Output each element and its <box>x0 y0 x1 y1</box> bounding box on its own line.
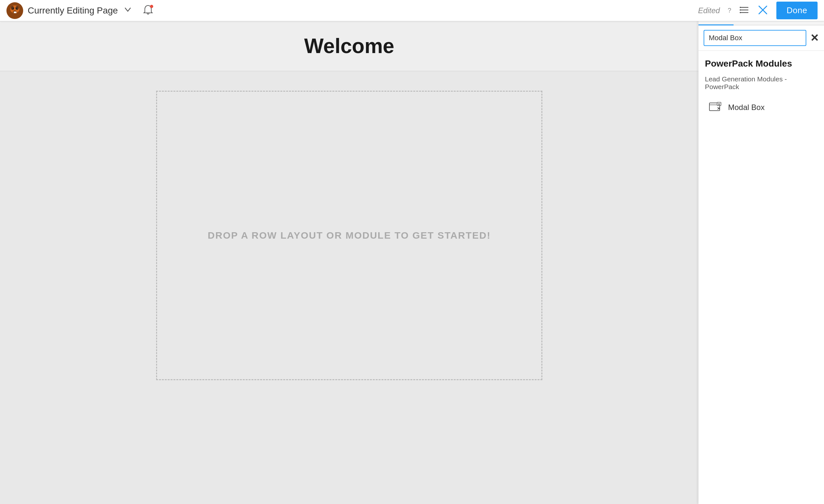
drop-zone[interactable]: DROP A ROW LAYOUT OR MODULE TO GET START… <box>156 91 542 380</box>
modal-box-icon <box>708 100 722 115</box>
subsection-title: Lead Generation Modules - PowerPack <box>705 75 818 91</box>
main-content: Welcome DROP A ROW LAYOUT OR MODULE TO G… <box>0 21 699 504</box>
header-bar: Currently Editing Page Edited ? <box>0 0 824 21</box>
svg-point-2 <box>11 6 14 10</box>
svg-rect-8 <box>15 12 16 13</box>
svg-point-5 <box>16 8 17 9</box>
drop-zone-text: DROP A ROW LAYOUT OR MODULE TO GET START… <box>208 230 491 241</box>
svg-point-3 <box>15 6 19 10</box>
svg-point-13 <box>740 9 741 11</box>
section-title: PowerPack Modules <box>705 58 818 69</box>
svg-point-14 <box>740 12 741 13</box>
page-title: Currently Editing Page <box>28 5 118 16</box>
logo <box>6 2 23 19</box>
svg-rect-7 <box>14 12 15 13</box>
close-icon[interactable] <box>757 4 768 17</box>
help-icon[interactable]: ? <box>728 7 731 14</box>
right-panel: Modules Rows Templates Saved ✕ PowerPack… <box>699 0 824 504</box>
header-right-actions: Edited ? Done <box>698 2 818 19</box>
list-icon[interactable] <box>739 5 749 16</box>
page-title-section: Welcome <box>0 21 699 72</box>
svg-point-12 <box>740 7 741 8</box>
module-item-label: Modal Box <box>728 103 764 112</box>
done-button[interactable]: Done <box>777 2 818 19</box>
search-bar: ✕ <box>699 25 824 51</box>
search-clear-button[interactable]: ✕ <box>810 33 819 43</box>
panel-content: PowerPack Modules Lead Generation Module… <box>699 51 824 504</box>
module-item-modal-box[interactable]: Modal Box <box>705 97 818 118</box>
notifications-bell[interactable] <box>142 4 154 17</box>
welcome-title: Welcome <box>6 34 692 58</box>
search-input[interactable] <box>704 30 806 46</box>
edited-label: Edited <box>698 6 720 15</box>
dropdown-icon[interactable] <box>123 5 133 16</box>
notification-dot <box>150 5 153 8</box>
svg-point-4 <box>13 8 14 9</box>
